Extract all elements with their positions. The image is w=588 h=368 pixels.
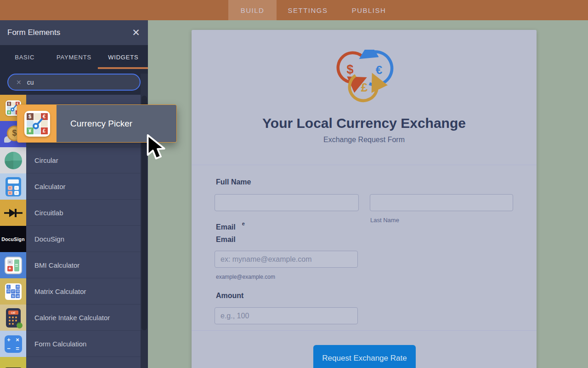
tab-publish[interactable]: PUBLISH (342, 0, 396, 20)
tab-settings[interactable]: SETTINGS (280, 0, 335, 20)
mouse-cursor-icon (146, 134, 170, 163)
tab-widgets[interactable]: WIDGETS (99, 45, 148, 69)
tab-build[interactable]: BUILD (228, 0, 277, 20)
widget-row-form-calculation[interactable]: +×−= Form Calculation (0, 331, 141, 357)
form-title: Your Local Currency Exchange (192, 115, 537, 131)
section-divider (192, 330, 537, 331)
widget-row-circuitlab[interactable]: Circuitlab (0, 200, 141, 226)
widget-label: BMI Calculator (34, 252, 79, 278)
search-area: ✕ cu (0, 69, 148, 95)
widget-row-calculator[interactable]: + − × = Calculator (0, 173, 141, 200)
widget-label: Calorie Intake Calculator (34, 305, 110, 331)
top-navigation-bar: BUILD SETTINGS PUBLISH (0, 0, 588, 20)
widget-row-circular[interactable]: Circular (0, 147, 141, 173)
docusign-logo-icon: DocuSign (0, 226, 26, 252)
email-sublabel: example@example.com (216, 274, 275, 280)
amount-input[interactable] (215, 307, 358, 324)
currency-exchange-logo-icon: $ € £ (325, 50, 403, 105)
drag-label: Currency Picker (70, 119, 132, 129)
form-calculation-icon: +×−= (0, 331, 26, 357)
matrix-calculator-icon: 180 261763 5049 (0, 278, 26, 305)
widget-row-calorie-intake-calculator[interactable]: cal Calorie Intake Calculator (0, 305, 141, 331)
panel-header: Form Elements ✕ (0, 20, 148, 45)
email-input[interactable] (215, 251, 358, 268)
currency-picker-icon: $ € ¥ £ (24, 111, 50, 137)
panel-title: Form Elements (7, 28, 60, 37)
pie-chart-icon (0, 147, 26, 173)
search-query-text: cu (27, 79, 34, 86)
diode-icon (0, 200, 26, 226)
email-ghost-label: Emaile (216, 221, 245, 231)
close-icon[interactable]: ✕ (130, 27, 141, 38)
last-name-sublabel: Last Name (370, 217, 399, 224)
form-elements-panel: Form Elements ✕ BASIC PAYMENTS WIDGETS ✕… (0, 20, 148, 368)
email-label: Email (216, 236, 236, 244)
search-input[interactable]: ✕ cu (7, 74, 141, 91)
widget-row-docusign[interactable]: DocuSign DocuSign (0, 226, 141, 252)
panel-tabs: BASIC PAYMENTS WIDGETS (0, 45, 148, 69)
amount-label: Amount (216, 292, 243, 300)
form-canvas: $ € £ Your Local Currency Exchange Excha… (148, 20, 588, 368)
widget-label: Circular (34, 147, 58, 173)
slider-icon (0, 357, 26, 368)
widget-label: Form Calculation (34, 331, 86, 357)
widget-row-bmi-calculator[interactable]: − + = BMI Calculator (0, 252, 141, 278)
form-preview-card: $ € £ Your Local Currency Exchange Excha… (192, 30, 537, 368)
tab-basic[interactable]: BASIC (0, 45, 49, 69)
email-ghost-superscript: e (242, 221, 245, 226)
email-ghost-text: Email (216, 223, 236, 231)
widget-row-matrix-calculator[interactable]: 180 261763 5049 Matrix Calculator (0, 278, 141, 305)
full-name-label: Full Name (216, 178, 251, 186)
svg-text:€: € (376, 63, 382, 77)
section-divider (192, 165, 537, 165)
docusign-logo-text: DocuSign (1, 236, 25, 242)
svg-text:$: $ (346, 63, 353, 76)
tab-payments[interactable]: PAYMENTS (49, 45, 98, 69)
widget-label: Matrix Calculator (34, 278, 86, 305)
first-name-input[interactable] (215, 194, 359, 211)
widget-label: DocuSign (34, 226, 64, 252)
widget-label: Calculator (34, 173, 66, 200)
clear-search-icon[interactable]: ✕ (16, 79, 22, 86)
widget-row-slider[interactable] (0, 357, 141, 368)
svg-text:£: £ (361, 80, 368, 94)
last-name-input[interactable] (370, 194, 513, 211)
bmi-calculator-icon: − + = (0, 252, 26, 278)
form-subtitle: Exchange Request Form (192, 136, 537, 144)
drag-icon-block: $ € ¥ £ (17, 105, 57, 142)
calculator-icon: + − × = (0, 173, 26, 200)
request-exchange-rate-button[interactable]: Request Exchange Rate (313, 345, 416, 368)
widget-label: Circuitlab (34, 200, 63, 226)
calorie-calculator-icon: cal (0, 305, 26, 331)
